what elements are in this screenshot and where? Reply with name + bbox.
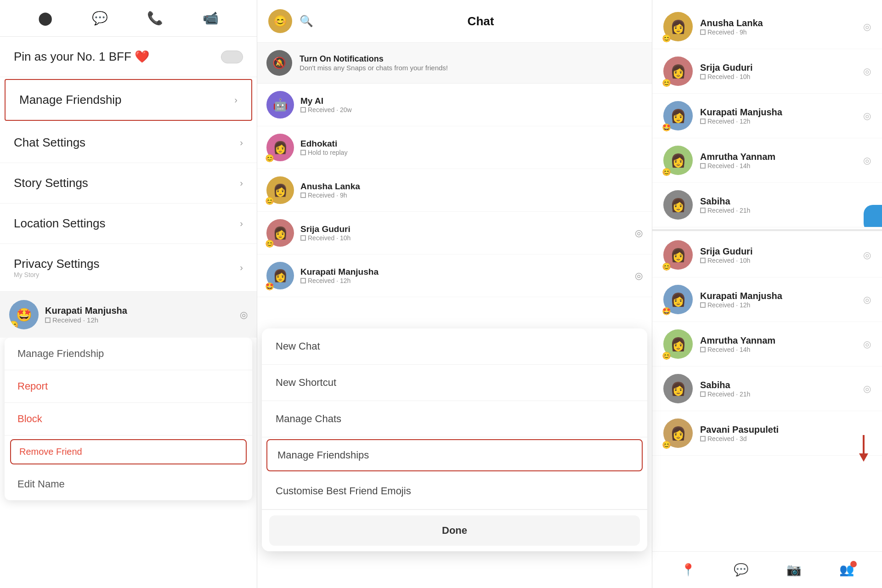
right-contact-sabiha2[interactable]: 👩 Sabiha Received · 21h ◎ [652, 367, 882, 411]
right-camera-kurapati2[interactable]: ◎ [863, 294, 871, 305]
right-contact-name-kurapati2: Kurapati Manjusha [700, 291, 856, 301]
right-contact-status-pavani: Received · 3d [700, 435, 871, 442]
right-contact-status-srija: Received · 10h [700, 73, 856, 80]
right-contact-status-kurapati2: Received · 12h [700, 301, 856, 309]
right-contact-info-sabiha: Sabiha Received · 21h [700, 196, 871, 214]
privacy-settings-item[interactable]: Privacy Settings My Story › [0, 244, 257, 292]
right-contact-sabiha[interactable]: 👩 Sabiha Received · 21h [652, 183, 882, 227]
search-icon[interactable]: 🔍 [300, 15, 313, 28]
chat-contact-status-anusha: Received · 9h [300, 192, 643, 199]
nav-camera-icon[interactable]: 📷 [786, 563, 801, 577]
pin-bff-label: Pin as your No. 1 BFF ❤️ [14, 50, 149, 64]
story-settings-chevron: › [240, 178, 243, 188]
right-contact-info-sabiha2: Sabiha Received · 21h [700, 380, 856, 398]
chat-item-edhokati[interactable]: 👩 😊 Edhokati Hold to replay [257, 126, 652, 169]
chat-contact-status-my-ai: Received · 20w [300, 106, 643, 113]
right-camera-amrutha2[interactable]: ◎ [863, 339, 871, 350]
right-contact-name-amrutha: Amrutha Yannam [700, 152, 856, 162]
right-avatar-amrutha: 👩 😊 [663, 146, 693, 175]
dropdown-new-chat[interactable]: New Chat [262, 328, 647, 365]
right-contact-pavani[interactable]: 👩 😊 Pavani Pasupuleti Received · 3d [652, 411, 882, 456]
dropdown-manage-chats[interactable]: Manage Chats [262, 401, 647, 437]
right-contacts-list: 👩 😊 Anusha Lanka Received · 9h ◎ 👩 😊 Sri… [652, 0, 882, 551]
right-contact-info-srija2: Srija Guduri Received · 10h [700, 246, 856, 264]
right-contact-status-anusha: Received · 9h [700, 28, 856, 36]
kurapati-mid-avatar-emoji: 🤩 [265, 282, 274, 291]
right-camera-srija[interactable]: ◎ [863, 66, 871, 77]
right-contact-info-pavani: Pavani Pasupuleti Received · 3d [700, 424, 871, 442]
right-bottom-nav: 📍 💬 📷 👥 [652, 551, 882, 588]
notification-banner[interactable]: 🔕 Turn On Notifications Don't miss any S… [257, 43, 652, 84]
right-contact-anusha[interactable]: 👩 😊 Anusha Lanka Received · 9h ◎ [652, 5, 882, 49]
status-square-kurapati-mid [300, 278, 306, 283]
contact-item-kurapati[interactable]: 🤩 😊 Kurapati Manjusha Received · 12h ◎ [0, 292, 257, 338]
pin-bff-toggle[interactable] [221, 51, 243, 63]
dropdown-manage-friendships[interactable]: Manage Friendships [266, 439, 643, 471]
location-settings-item[interactable]: Location Settings › [0, 204, 257, 244]
right-contact-srija[interactable]: 👩 😊 Srija Guduri Received · 10h ◎ [652, 49, 882, 94]
right-contact-kurapati2[interactable]: 👩 🤩 Kurapati Manjusha Received · 12h ◎ [652, 277, 882, 322]
chat-icon[interactable]: 💬 [92, 11, 108, 26]
dropdown-remove-friend[interactable]: Remove Friend [10, 439, 247, 464]
kurapati-mid-camera-icon[interactable]: ◎ [635, 270, 643, 281]
chat-contact-status-srija: Received · 10h [300, 234, 628, 242]
location-settings-chevron: › [240, 218, 243, 229]
right-avatar-amrutha2: 👩 😊 [663, 329, 693, 359]
contact-camera-icon[interactable]: ◎ [240, 309, 248, 320]
chat-contact-status-kurapati-mid: Received · 12h [300, 277, 628, 284]
right-contact-srija2[interactable]: 👩 😊 Srija Guduri Received · 10h ◎ [652, 233, 882, 277]
right-camera-amrutha[interactable]: ◎ [863, 155, 871, 166]
right-camera-kurapati[interactable]: ◎ [863, 110, 871, 121]
right-contact-name-sabiha2: Sabiha [700, 380, 856, 390]
right-contact-name-amrutha2: Amrutha Yannam [700, 335, 856, 346]
middle-dropdown-overlay: New Chat New Shortcut Manage Chats Manag… [262, 328, 647, 551]
story-settings-item[interactable]: Story Settings › [0, 163, 257, 204]
phone-icon[interactable]: 📞 [147, 11, 163, 26]
srija-camera-icon[interactable]: ◎ [635, 227, 643, 238]
right-contact-kurapati[interactable]: 👩 🤩 Kurapati Manjusha Received · 12h ◎ [652, 94, 882, 138]
dropdown-manage-friendships-wrapper: Manage Friendships [262, 437, 647, 473]
right-contact-name-anusha: Anusha Lanka [700, 18, 856, 28]
right-contact-amrutha2[interactable]: 👩 😊 Amrutha Yannam Received · 14h ◎ [652, 322, 882, 367]
right-avatar-kurapati2: 👩 🤩 [663, 285, 693, 314]
chat-item-anusha[interactable]: 👩 😊 Anusha Lanka Received · 9h [257, 169, 652, 212]
right-avatar-anusha: 👩 😊 [663, 12, 693, 41]
right-camera-srija2[interactable]: ◎ [863, 249, 871, 260]
chat-avatar-anusha: 👩 😊 [266, 176, 294, 204]
right-contact-amrutha[interactable]: 👩 😊 Amrutha Yannam Received · 14h ◎ [652, 138, 882, 183]
dropdown-block[interactable]: Block [5, 403, 252, 435]
chat-item-srija[interactable]: 👩 😊 Srija Guduri Received · 10h ◎ [257, 212, 652, 254]
dropdown-new-shortcut[interactable]: New Shortcut [262, 365, 647, 401]
story-settings-label: Story Settings [14, 176, 88, 190]
nav-chat-icon[interactable]: 💬 [734, 563, 748, 577]
chat-settings-item[interactable]: Chat Settings › [0, 123, 257, 163]
notification-bell-icon: 🔕 [266, 50, 292, 76]
right-avatar-srija2: 👩 😊 [663, 240, 693, 270]
chat-contact-name-kurapati-mid: Kurapati Manjusha [300, 267, 628, 277]
notification-title: Turn On Notifications [300, 54, 643, 64]
right-contact-status-kurapati: Received · 12h [700, 118, 856, 125]
chat-item-my-ai[interactable]: 🤖 My AI Received · 20w [257, 84, 652, 126]
right-camera-anusha[interactable]: ◎ [863, 21, 871, 32]
dropdown-edit-name[interactable]: Edit Name [5, 468, 252, 500]
video-icon[interactable]: 📹 [203, 11, 219, 26]
dropdown-report[interactable]: Report [5, 370, 252, 403]
nav-friends-icon[interactable]: 👥 [839, 563, 854, 577]
user-bitmoji[interactable]: 😊 [268, 9, 292, 33]
dropdown-manage-friendship[interactable]: Manage Friendship [5, 338, 252, 370]
arrow-indicator [854, 435, 873, 464]
right-camera-sabiha2[interactable]: ◎ [863, 383, 871, 394]
dropdown-customise-emojis[interactable]: Customise Best Friend Emojis [262, 473, 647, 509]
camera-icon[interactable]: ⬤ [38, 11, 52, 26]
chat-item-kurapati-mid[interactable]: 👩 🤩 Kurapati Manjusha Received · 12h ◎ [257, 254, 652, 297]
pin-bff-item[interactable]: Pin as your No. 1 BFF ❤️ [0, 37, 257, 77]
right-contact-status-amrutha: Received · 14h [700, 162, 856, 170]
right-avatar-kurapati: 👩 🤩 [663, 101, 693, 130]
manage-friendship-item[interactable]: Manage Friendship › [5, 79, 252, 121]
done-button[interactable]: Done [269, 515, 640, 546]
right-contact-info-anusha: Anusha Lanka Received · 9h [700, 18, 856, 36]
right-contact-name-srija2: Srija Guduri [700, 246, 856, 257]
nav-location-icon[interactable]: 📍 [681, 563, 695, 577]
chat-avatar-kurapati-mid: 👩 🤩 [266, 262, 294, 289]
dropdown-remove-friend-wrapper: Remove Friend [5, 435, 252, 468]
